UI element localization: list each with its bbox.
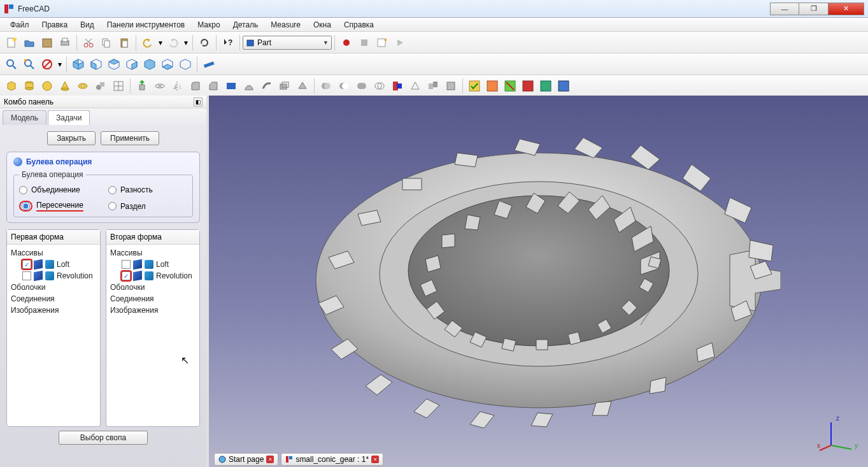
close-tab-icon[interactable]: × <box>371 456 379 463</box>
bottom-view-icon[interactable] <box>159 56 176 73</box>
chamfer-icon[interactable] <box>205 78 222 94</box>
cross-sections-icon[interactable] <box>407 78 423 94</box>
cut-icon[interactable] <box>80 34 97 51</box>
cut-bool-icon[interactable] <box>336 78 352 94</box>
extrude-icon[interactable] <box>134 78 150 94</box>
list-item[interactable]: ✓ Revolution <box>109 270 197 282</box>
sweep-icon[interactable] <box>259 78 275 94</box>
shapebuilder-icon[interactable] <box>110 78 127 94</box>
list-item[interactable]: ✓ Loft <box>10 259 97 270</box>
solid-icon <box>133 259 142 269</box>
torus-icon[interactable] <box>75 78 91 94</box>
menu-view[interactable]: Вид <box>74 18 101 31</box>
offset-icon[interactable] <box>276 78 293 94</box>
menu-part[interactable]: Деталь <box>227 18 265 31</box>
section-bool-icon[interactable] <box>389 78 406 94</box>
sphere-icon[interactable] <box>39 78 55 94</box>
checkbox-icon[interactable] <box>122 260 131 269</box>
refine-icon[interactable] <box>502 78 518 94</box>
iso-view-icon[interactable] <box>70 56 87 73</box>
close-button[interactable]: ✕ <box>829 3 864 15</box>
menu-help[interactable]: Справка <box>338 18 380 31</box>
thickness-icon[interactable] <box>294 78 311 94</box>
right-view-icon[interactable] <box>124 56 140 73</box>
menu-macro[interactable]: Макро <box>191 18 226 31</box>
tab-tasks[interactable]: Задачи <box>48 110 90 125</box>
top-view-icon[interactable] <box>106 56 122 73</box>
apply-task-button[interactable]: Применить <box>101 131 159 145</box>
mirror-icon[interactable] <box>169 78 186 94</box>
print-icon[interactable] <box>57 34 73 51</box>
draw-style-dropdown[interactable]: ▾ <box>56 60 64 69</box>
minimize-button[interactable]: — <box>770 3 799 15</box>
menu-measure[interactable]: Measure <box>264 18 307 31</box>
fit-all-icon[interactable] <box>3 56 20 73</box>
radio-union[interactable]: Объединение <box>19 185 98 194</box>
boolean-panel: Булева операция Булева операция Объедине… <box>6 152 200 223</box>
fit-selection-icon[interactable] <box>21 56 38 73</box>
paste-icon[interactable] <box>116 34 132 51</box>
fuse-icon[interactable] <box>353 78 370 94</box>
export-icon[interactable] <box>537 78 554 94</box>
menu-file[interactable]: Файл <box>4 18 36 31</box>
rear-view-icon[interactable] <box>141 56 158 73</box>
close-task-button[interactable]: Закрыть <box>47 131 96 145</box>
undo-icon[interactable] <box>139 34 156 51</box>
3d-viewport[interactable]: z y x Start page × small_conic_gear : 1*… <box>209 96 868 467</box>
open-file-icon[interactable] <box>21 34 38 51</box>
swap-selection-button[interactable]: Выбор свопа <box>59 431 148 445</box>
macro-play-icon[interactable] <box>392 34 408 51</box>
left-view-icon[interactable] <box>177 56 194 73</box>
compound-icon[interactable] <box>425 78 441 94</box>
macro-list-icon[interactable] <box>374 34 390 51</box>
close-tab-icon[interactable]: × <box>266 456 274 463</box>
menu-edit[interactable]: Правка <box>36 18 75 31</box>
macro-record-icon[interactable] <box>338 34 355 51</box>
ruled-surface-icon[interactable] <box>223 78 239 94</box>
redo-dropdown[interactable]: ▾ <box>182 38 190 47</box>
loft-icon[interactable] <box>241 78 257 94</box>
menu-toolbars[interactable]: Панели инструментов <box>101 18 191 31</box>
svg-point-3 <box>13 38 17 41</box>
new-file-icon[interactable] <box>3 34 20 51</box>
part-design-icon[interactable] <box>484 78 501 94</box>
checkbox-icon[interactable]: ✓ <box>22 260 31 269</box>
primitives-icon[interactable] <box>92 78 109 94</box>
maximize-button[interactable]: ❐ <box>799 3 829 15</box>
box-icon[interactable] <box>3 78 20 94</box>
refresh-icon[interactable] <box>196 34 213 51</box>
make-solid-icon[interactable] <box>443 78 459 94</box>
save-icon[interactable] <box>39 34 55 51</box>
common-icon[interactable] <box>371 78 388 94</box>
draw-style-icon[interactable] <box>39 56 55 73</box>
doc-tab-model[interactable]: small_conic_gear : 1* × <box>281 453 383 466</box>
front-view-icon[interactable] <box>88 56 104 73</box>
checkbox-icon[interactable]: ✓ <box>122 271 131 280</box>
list-item[interactable]: Loft <box>109 259 197 270</box>
measure-icon[interactable] <box>201 56 217 73</box>
whats-this-icon[interactable]: ? <box>220 34 236 51</box>
radio-section[interactable]: Раздел <box>108 201 187 212</box>
list-item[interactable]: Revolution <box>10 270 97 282</box>
import-icon[interactable] <box>520 78 536 94</box>
revolve-icon[interactable] <box>152 78 168 94</box>
checkbox-icon[interactable] <box>22 271 31 280</box>
macro-stop-icon[interactable] <box>356 34 373 51</box>
copy-icon[interactable] <box>98 34 115 51</box>
check-geom-icon[interactable] <box>466 78 483 94</box>
doc-tab-startpage[interactable]: Start page × <box>214 453 278 466</box>
defeaturing-icon[interactable] <box>555 78 572 94</box>
menu-windows[interactable]: Окна <box>307 18 338 31</box>
tab-model[interactable]: Модель <box>3 110 46 125</box>
undo-dropdown[interactable]: ▾ <box>157 38 164 47</box>
panel-undock-icon[interactable]: ◧ <box>194 97 203 106</box>
boolean-icon[interactable] <box>318 78 334 94</box>
cylinder-icon[interactable] <box>21 78 38 94</box>
workbench-selector[interactable]: Part ▼ <box>243 36 332 50</box>
redo-icon[interactable] <box>165 34 181 51</box>
fillet-icon[interactable] <box>187 78 204 94</box>
radio-intersection[interactable]: Пересечение <box>19 201 98 212</box>
cone-icon[interactable] <box>57 78 73 94</box>
second-shape-list: Массивы Loft ✓ Revolution <box>106 245 199 426</box>
radio-difference[interactable]: Разность <box>108 185 187 194</box>
